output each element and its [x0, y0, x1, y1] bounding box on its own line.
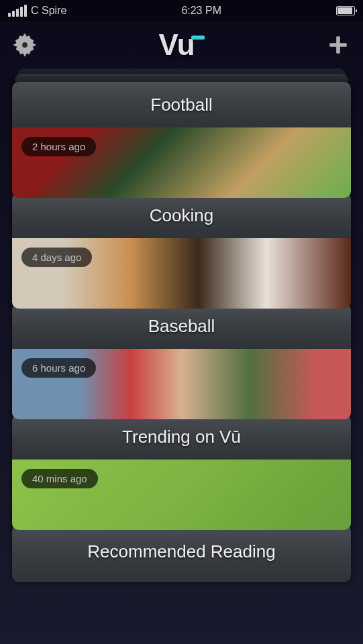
svg-point-1 [21, 42, 28, 48]
card-recommended[interactable]: Recommended Reading [12, 525, 351, 582]
carrier-label: C Spire [31, 5, 66, 17]
battery-icon [336, 6, 355, 15]
app-header: Vu [0, 21, 363, 68]
timestamp-badge: 6 hours ago [21, 358, 96, 378]
card-cooking[interactable]: Cooking 4 days ago [12, 193, 351, 309]
status-bar: C Spire 6:23 PM [0, 0, 363, 21]
card-header: Cooking [12, 193, 351, 238]
card-header: Football [12, 82, 351, 127]
svg-rect-3 [329, 43, 347, 47]
app-logo: Vu [158, 28, 204, 62]
card-header: Recommended Reading [12, 525, 351, 582]
add-button[interactable] [327, 34, 350, 56]
card-image: 4 days ago [12, 238, 351, 309]
card-football[interactable]: Football 2 hours ago [12, 82, 351, 198]
card-baseball[interactable]: Baseball 6 hours ago [12, 303, 351, 419]
card-header: Trending on Vū [12, 414, 351, 460]
card-title: Cooking [12, 205, 351, 226]
card-title: Recommended Reading [12, 541, 351, 562]
timestamp-badge: 4 days ago [21, 248, 92, 267]
settings-button[interactable] [13, 34, 36, 56]
card-stack-decoration [15, 74, 348, 82]
card-title: Football [12, 95, 351, 115]
timestamp-badge: 2 hours ago [21, 137, 96, 156]
status-left: C Spire [8, 5, 66, 17]
time-label: 6:23 PM [181, 5, 221, 17]
card-image: 40 mins ago [12, 460, 351, 530]
cards-list[interactable]: Football 2 hours ago Cooking 4 days ago … [0, 68, 363, 582]
card-header: Baseball [12, 303, 351, 349]
signal-icon [8, 5, 27, 17]
timestamp-badge: 40 mins ago [21, 469, 98, 488]
card-title: Trending on Vū [12, 427, 351, 447]
card-image: 2 hours ago [12, 127, 351, 198]
card-title: Baseball [12, 316, 351, 337]
card-trending[interactable]: Trending on Vū 40 mins ago [12, 414, 351, 530]
card-image: 6 hours ago [12, 349, 351, 419]
